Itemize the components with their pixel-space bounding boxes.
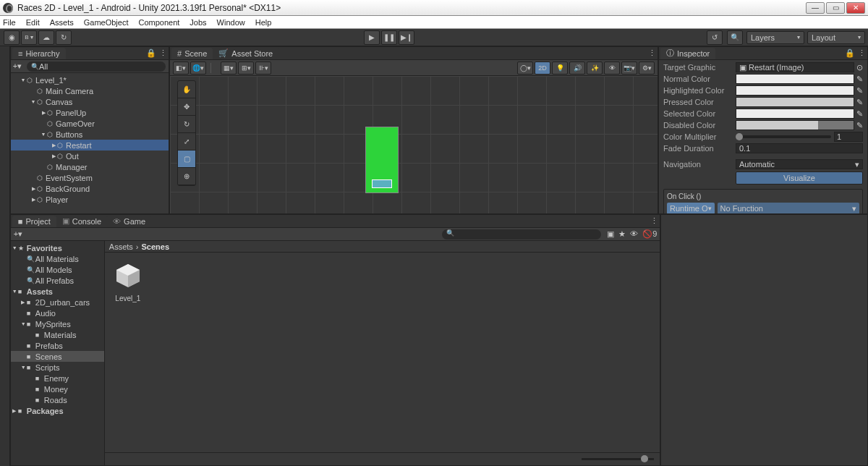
project-tree-item[interactable]: 🔍All Models [11, 264, 104, 275]
visualize-button[interactable]: Visualize [736, 171, 863, 185]
project-tree-item[interactable]: ■Materials [11, 329, 104, 340]
rect-tool-icon[interactable]: ▢ [178, 151, 195, 168]
cloud-icon[interactable]: ☁ [38, 30, 54, 45]
lock-icon[interactable]: 🔒 [146, 48, 156, 58]
project-tree-item[interactable]: ■Scenes [11, 351, 104, 362]
project-tree-item[interactable]: ▶■Packages [11, 405, 104, 416]
filter-icon[interactable]: ▣ [607, 229, 614, 239]
project-tree-item[interactable]: ▼★Favorites [11, 242, 104, 253]
move-tool-icon[interactable]: ✥ [178, 98, 195, 116]
menu-file[interactable]: File [3, 18, 16, 27]
target-graphic-field[interactable]: ▣ Restart (Image) [736, 62, 854, 72]
global-button[interactable]: 🌐▾ [190, 62, 206, 75]
snap-button[interactable]: ⊞▾ [238, 62, 254, 75]
project-tree-item[interactable]: ■Audio [11, 308, 104, 318]
project-tree-item[interactable]: ▼■MySprites [11, 318, 104, 329]
search-icon[interactable]: 🔍 [727, 30, 743, 45]
play-button[interactable]: ▶ [364, 30, 380, 45]
maximize-button[interactable]: ▭ [826, 2, 845, 14]
eyedropper-icon[interactable]: ✎ [856, 98, 863, 107]
project-tree-item[interactable]: 🔍All Materials [11, 253, 104, 264]
project-tree-item[interactable]: ■Prefabs [11, 340, 104, 351]
hierarchy-item[interactable]: ▼⬡Buttons [11, 129, 169, 140]
menu-jobs[interactable]: Jobs [190, 18, 206, 27]
project-tree-item[interactable]: ▼■Assets [11, 286, 104, 297]
project-tree-item[interactable]: 🔍All Prefabs [11, 275, 104, 286]
menu-assets[interactable]: Assets [50, 18, 74, 27]
color-multiplier-value[interactable]: 1 [834, 132, 863, 142]
restart-ui-element[interactable] [372, 179, 392, 188]
scene-tab[interactable]: # Scene [171, 48, 213, 59]
hierarchy-item[interactable]: ▼⬡Canvas [11, 96, 169, 107]
create-asset-button[interactable]: +▾ [14, 229, 27, 239]
menu-edit[interactable]: Edit [26, 18, 40, 27]
navigation-dropdown[interactable]: Automatic▾ [736, 159, 863, 169]
camera-icon[interactable]: 📷▾ [621, 62, 637, 75]
eyedropper-icon[interactable]: ✎ [856, 86, 863, 96]
layers-dropdown[interactable]: Layers [746, 31, 804, 44]
menu-icon[interactable]: ⋮ [159, 48, 167, 58]
gizmos-icon[interactable]: ⚙▾ [639, 62, 655, 75]
project-tree-item[interactable]: ■Enemy [11, 373, 104, 384]
path-scenes[interactable]: Scenes [142, 242, 170, 251]
hierarchy-item[interactable]: ⬡Main Camera [11, 85, 169, 96]
hand-tool-icon[interactable]: ✋ [178, 81, 195, 98]
pause-button[interactable]: ❚❚ [381, 30, 397, 45]
project-tree-item[interactable]: ▶■2D_urban_cars [11, 297, 104, 308]
minimize-button[interactable]: — [806, 2, 825, 14]
normal-color-swatch[interactable] [736, 74, 854, 84]
cloud-sync-button[interactable]: B ▾ [21, 30, 37, 45]
step-button[interactable]: ▶❙ [399, 30, 414, 45]
color-multiplier-slider[interactable] [736, 135, 831, 138]
hierarchy-tab[interactable]: ≡ Hierarchy [12, 48, 66, 59]
create-dropdown[interactable]: +▾ [11, 62, 24, 71]
hierarchy-item[interactable]: ⬡Manager [11, 161, 169, 172]
eyedropper-icon[interactable]: ✎ [856, 109, 863, 119]
lighting-icon[interactable]: 💡 [552, 62, 568, 75]
console-tab[interactable]: ▣ Console [56, 216, 107, 227]
runtime-dropdown[interactable]: Runtime O ▾ [667, 203, 715, 213]
picker-icon[interactable]: ⊙ [856, 63, 863, 72]
game-tab[interactable]: 👁 Game [107, 216, 151, 227]
account-icon[interactable]: ◉ [4, 30, 20, 45]
hierarchy-item[interactable]: ⬡EventSystem [11, 172, 169, 183]
function-dropdown[interactable]: No Function▾ [718, 203, 859, 213]
pressed-color-swatch[interactable] [736, 97, 854, 107]
zoom-slider[interactable] [582, 458, 654, 460]
lock-icon[interactable]: 🔒 [845, 48, 855, 58]
fade-duration-field[interactable]: 0.1 [736, 143, 863, 153]
audio-icon[interactable]: 🔊 [569, 62, 585, 75]
hierarchy-item[interactable]: ▶⬡Out [11, 151, 169, 161]
pivot-button[interactable]: ◧▾ [173, 62, 189, 75]
hierarchy-item[interactable]: ▶⬡Player [11, 194, 169, 205]
favorite-icon[interactable]: ★ [618, 229, 626, 239]
fx-icon[interactable]: ✨ [587, 62, 603, 75]
project-grid[interactable]: Level_1 [105, 253, 660, 452]
menu-icon[interactable]: ⋮ [858, 48, 866, 58]
eyedropper-icon[interactable]: ✎ [856, 121, 863, 130]
hierarchy-item[interactable]: ▶⬡BackGround [11, 183, 169, 194]
highlighted-color-swatch[interactable] [736, 85, 854, 96]
path-assets[interactable]: Assets [109, 242, 133, 251]
disabled-color-swatch[interactable] [736, 120, 854, 130]
selected-color-swatch[interactable] [736, 109, 854, 119]
menu-icon[interactable]: ⋮ [650, 216, 658, 226]
scene-asset-item[interactable]: Level_1 [111, 258, 145, 302]
project-tab[interactable]: ■ Project [12, 216, 56, 227]
2d-toggle[interactable]: 2D [535, 62, 550, 75]
menu-help[interactable]: Help [255, 18, 272, 27]
project-tree-item[interactable]: ▼■Scripts [11, 362, 104, 373]
scene-view[interactable]: ✋ ✥ ↻ ⤢ ▢ ⊕ [170, 76, 658, 213]
inspector-tab[interactable]: ⓘ Inspector [660, 48, 715, 59]
project-tree-item[interactable]: ■Roads [11, 394, 104, 405]
hierarchy-search[interactable]: 🔍 All [27, 62, 166, 72]
increment-button[interactable]: ⊪▾ [255, 62, 271, 75]
draw-mode-button[interactable]: ◯▾ [517, 62, 533, 75]
menu-component[interactable]: Component [138, 18, 179, 27]
grid-button[interactable]: ▦▾ [221, 62, 237, 75]
undo-history-icon[interactable]: ↺ [707, 30, 723, 45]
transform-tool-icon[interactable]: ⊕ [178, 168, 195, 185]
menu-icon[interactable]: ⋮ [648, 48, 656, 58]
hierarchy-item[interactable]: ⬡GameOver [11, 118, 169, 129]
hierarchy-item[interactable]: ▶⬡PanelUp [11, 107, 169, 118]
